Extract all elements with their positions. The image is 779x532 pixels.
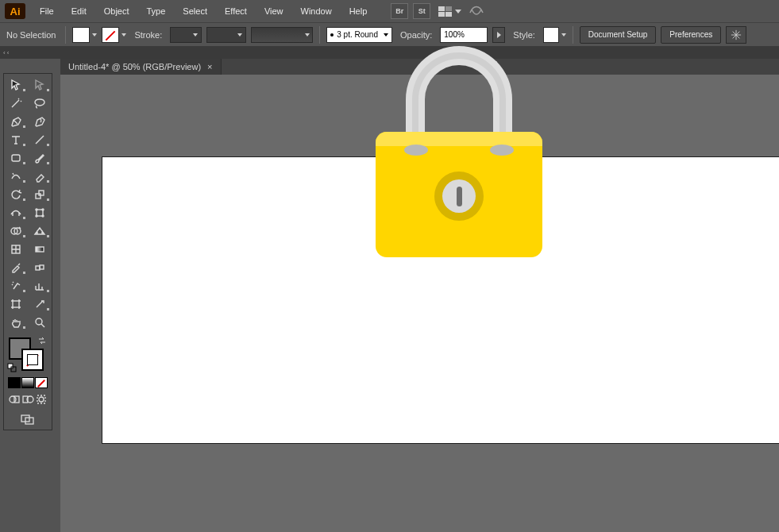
expand-handle-icon: ‹‹ <box>3 49 10 56</box>
shaper-tool[interactable] <box>4 167 28 185</box>
nostroke-swatch-icon <box>102 27 119 43</box>
draw-inside-icon[interactable] <box>35 394 48 407</box>
chevron-down-icon <box>561 33 566 37</box>
svg-rect-0 <box>12 155 20 161</box>
hand-tool[interactable] <box>4 313 28 331</box>
style-swatch-icon <box>543 27 559 43</box>
lock-hole-left-icon <box>404 145 428 156</box>
svg-rect-12 <box>36 266 40 270</box>
artboard-tool[interactable] <box>4 295 28 313</box>
line-tool[interactable] <box>28 130 52 148</box>
workspace-grid-icon <box>438 6 452 17</box>
opacity-label: Opacity: <box>397 30 435 40</box>
menu-view[interactable]: View <box>256 3 291 19</box>
stock-launcher-button[interactable]: St <box>413 3 430 19</box>
column-graph-tool[interactable] <box>28 276 52 295</box>
lock-illustration[interactable] <box>376 46 542 260</box>
stroke-color-dropdown[interactable] <box>102 27 126 43</box>
opacity-field[interactable]: 100% <box>440 27 488 43</box>
app-badge-icon: Ai <box>5 3 25 19</box>
chevron-down-icon <box>92 33 97 37</box>
color-mode-none[interactable] <box>35 377 48 388</box>
mesh-tool[interactable] <box>4 240 28 258</box>
fill-swatch-icon <box>72 27 90 43</box>
menu-window[interactable]: Window <box>293 3 340 19</box>
menu-select[interactable]: Select <box>175 3 215 19</box>
document-tab[interactable]: Untitled-4* @ 50% (RGB/Preview) × <box>60 59 222 75</box>
swap-fill-stroke-icon[interactable] <box>37 336 47 345</box>
paintbrush-tool[interactable] <box>28 148 52 167</box>
stroke-width-field[interactable] <box>170 27 202 43</box>
rotate-tool[interactable] <box>4 185 28 203</box>
menu-edit[interactable]: Edit <box>64 3 94 19</box>
bridge-launcher-button[interactable]: Br <box>391 3 408 19</box>
variable-width-profile-dropdown[interactable] <box>206 27 246 43</box>
svg-rect-1 <box>36 194 40 199</box>
slice-tool[interactable] <box>28 295 52 313</box>
draw-normal-icon[interactable] <box>8 394 21 407</box>
color-mode-row <box>4 376 52 390</box>
color-mode-gradient[interactable] <box>21 377 34 388</box>
type-tool[interactable] <box>4 130 28 148</box>
toolbox-panel <box>3 73 52 430</box>
curvature-tool[interactable] <box>28 112 52 130</box>
menu-object[interactable]: Object <box>96 3 137 19</box>
rectangle-tool[interactable] <box>4 148 28 167</box>
svg-rect-16 <box>8 364 13 368</box>
scale-tool[interactable] <box>28 185 52 203</box>
shape-builder-tool[interactable] <box>4 222 28 240</box>
opacity-value: 100% <box>444 30 465 39</box>
workspace-switcher[interactable] <box>438 4 461 18</box>
brush-profile-dropdown[interactable]: 3 pt. Round <box>326 27 392 43</box>
symbol-sprayer-tool[interactable] <box>4 276 28 295</box>
svg-rect-13 <box>40 265 44 269</box>
eraser-tool[interactable] <box>28 167 52 185</box>
chevron-down-icon <box>237 33 242 37</box>
menu-effect[interactable]: Effect <box>217 3 255 19</box>
direct-selection-tool[interactable] <box>28 75 52 94</box>
color-mode-solid[interactable] <box>8 377 21 388</box>
menu-bar: Ai File Edit Object Type Select Effect V… <box>0 0 779 22</box>
pen-tool[interactable] <box>4 112 28 130</box>
preferences-button[interactable]: Preferences <box>661 26 721 44</box>
width-tool[interactable] <box>4 203 28 222</box>
screen-mode-button[interactable] <box>4 411 52 425</box>
canvas-area[interactable] <box>60 75 779 532</box>
search-adobe-icon[interactable] <box>467 3 486 19</box>
graphic-style-dropdown[interactable] <box>543 27 566 43</box>
control-bar: No Selection Stroke: 3 pt. Round Opacity… <box>0 22 779 46</box>
draw-behind-icon[interactable] <box>21 394 34 407</box>
selection-state-label: No Selection <box>3 30 59 40</box>
magic-wand-tool[interactable] <box>4 94 28 112</box>
menu-help[interactable]: Help <box>341 3 376 19</box>
gradient-tool[interactable] <box>28 240 52 258</box>
style-label: Style: <box>510 30 538 40</box>
menu-type[interactable]: Type <box>139 3 174 19</box>
svg-rect-11 <box>36 247 44 252</box>
free-transform-tool[interactable] <box>28 203 52 222</box>
brush-definition-dropdown[interactable] <box>251 27 313 43</box>
stroke-swatch[interactable] <box>21 349 44 371</box>
lock-body-highlight-icon <box>376 132 542 146</box>
svg-point-23 <box>39 397 44 402</box>
artboard[interactable] <box>102 157 779 443</box>
align-to-button[interactable] <box>726 26 746 44</box>
tab-close-button[interactable]: × <box>207 62 212 71</box>
default-fill-stroke-icon[interactable] <box>7 363 17 372</box>
svg-point-15 <box>36 318 42 325</box>
menu-file[interactable]: File <box>32 3 62 19</box>
stroke-label: Stroke: <box>131 30 165 40</box>
selection-tool[interactable] <box>4 75 28 94</box>
lasso-tool[interactable] <box>28 94 52 112</box>
chevron-down-icon <box>193 33 198 37</box>
eyedropper-tool[interactable] <box>4 258 28 276</box>
lock-keyhole-slot-icon <box>457 187 462 206</box>
opacity-expand-button[interactable] <box>492 27 505 43</box>
blend-tool[interactable] <box>28 258 52 276</box>
fill-color-dropdown[interactable] <box>72 27 97 43</box>
fill-stroke-selector[interactable] <box>4 334 52 374</box>
zoom-tool[interactable] <box>28 313 52 331</box>
svg-rect-2 <box>39 191 44 195</box>
document-setup-button[interactable]: Document Setup <box>580 26 657 44</box>
perspective-grid-tool[interactable] <box>28 222 52 240</box>
